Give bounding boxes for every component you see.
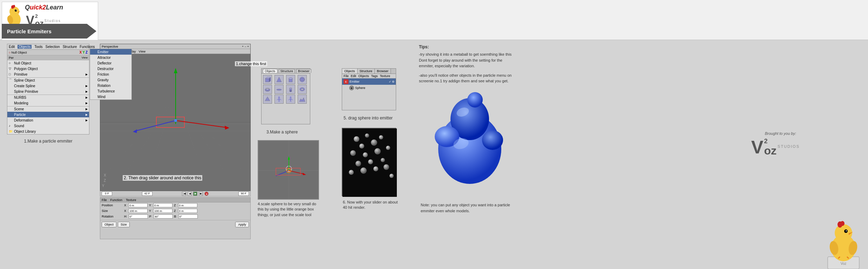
tl-prev-frame[interactable]: ◀ <box>188 192 192 196</box>
menu-nurbs[interactable]: NURBS▶ <box>7 95 89 100</box>
submenu-destructor[interactable]: Destructor <box>90 66 131 71</box>
rot-b-input[interactable]: 0° <box>178 214 198 219</box>
obj-cylinder[interactable] <box>286 75 295 84</box>
c4d-menu-screenshot: Edit Objects Tools Selection Structure F… <box>7 44 89 134</box>
submenu-gravity[interactable]: Gravity <box>90 77 131 83</box>
hier-menu-objects[interactable]: Objects <box>358 74 369 78</box>
attr-object-btn[interactable]: Object <box>102 222 116 227</box>
svg-marker-40 <box>277 77 282 82</box>
menu-deformation[interactable]: Deformation▶ <box>7 117 89 123</box>
render-svg <box>343 129 397 197</box>
tl-next-frame[interactable]: ▶| <box>199 192 203 196</box>
voz-2-right: 2 <box>764 138 777 145</box>
obj-sphere-top[interactable] <box>298 75 307 84</box>
menu-scene[interactable]: Scene▶ <box>7 106 89 112</box>
toolbar-icons-row: ○ Null Object X Y Z <box>7 50 89 55</box>
tl-record[interactable]: ● <box>204 192 209 196</box>
obj-disc[interactable] <box>274 85 284 94</box>
obj-tube[interactable] <box>298 85 307 94</box>
hier-settings-icon[interactable]: ⚙ <box>392 80 394 83</box>
svg-point-81 <box>288 170 290 171</box>
submenu-attractor[interactable]: Attractor <box>90 55 131 60</box>
submenu-rotation[interactable]: Rotation <box>90 83 131 88</box>
menu-primitive[interactable]: □Primitive▶ <box>7 71 89 77</box>
menu-modeling[interactable]: Modeling▶ <box>7 100 89 106</box>
attr-menu-function[interactable]: Function <box>110 198 123 202</box>
menu-structure[interactable]: Structure <box>63 45 77 49</box>
voz-oz-right: oz <box>764 145 777 156</box>
attr-menu-texture[interactable]: Texture <box>126 198 136 202</box>
position-row: Position X 0 m Y 0 m Z 0 m <box>100 202 250 208</box>
menu-spline-primitive[interactable]: Spline Primitive▶ <box>7 89 89 94</box>
hier-menu-edit[interactable]: Edit <box>351 74 357 78</box>
tab-browser[interactable]: Browser <box>296 69 311 73</box>
size-x-input[interactable]: 100 m <box>128 209 148 213</box>
hier-tab-browser[interactable]: Browser <box>375 69 391 74</box>
hier-tab-structure[interactable]: Structure <box>358 69 375 74</box>
svg-point-99 <box>389 174 394 178</box>
step4-viewport-svg <box>258 141 318 199</box>
rot-p-input[interactable]: 30° <box>154 214 173 219</box>
size-y-input[interactable]: 100 m <box>153 209 172 213</box>
obj-landscape[interactable] <box>298 95 307 104</box>
menu-sound[interactable]: ♪Sound <box>7 123 89 129</box>
minimize-icon[interactable]: – <box>245 45 246 48</box>
pos-x-input[interactable]: 0 m <box>128 203 148 207</box>
menu-polygon-object[interactable]: ▽Polygon Object <box>7 66 89 71</box>
rot-h-input[interactable]: 0° <box>129 214 148 219</box>
menu-particle[interactable]: Particle▶ <box>7 112 89 117</box>
deform-arrow: ▶ <box>86 119 88 122</box>
tl-to-start[interactable]: |◀ <box>182 192 186 196</box>
submenu-turbulence[interactable]: Turbulence <box>90 88 131 94</box>
persp-menu-view[interactable]: View <box>139 50 145 53</box>
attr-menu-file[interactable]: File <box>102 198 107 202</box>
size-z-input[interactable]: 0 m <box>178 209 197 213</box>
obj-cone[interactable] <box>274 75 284 84</box>
submenu-emitter[interactable]: Emitter <box>90 49 131 55</box>
tl-play[interactable]: ▶ <box>193 192 197 196</box>
obj-figure2[interactable] <box>286 95 295 104</box>
submenu-wind[interactable]: Wind <box>90 94 131 99</box>
menu-null-object[interactable]: ○Null Object <box>7 60 89 66</box>
tab-structure[interactable]: Structure <box>279 69 295 73</box>
object-icons-grid <box>262 74 310 105</box>
tab-objects[interactable]: Objects <box>263 69 277 73</box>
obj-capsule[interactable] <box>286 85 295 94</box>
svg-point-98 <box>384 164 389 170</box>
svg-point-92 <box>355 161 361 166</box>
maximize-icon[interactable]: + <box>242 45 244 48</box>
attr-size-btn[interactable]: Size <box>118 222 130 227</box>
submenu-deflector[interactable]: Deflector <box>90 60 131 66</box>
timeline-current[interactable]: 42 F <box>142 192 152 196</box>
timeline-end[interactable]: 90 F <box>238 192 249 196</box>
obj-torus[interactable] <box>263 85 272 94</box>
pos-y-label: Y <box>149 204 151 207</box>
obj-figure[interactable] <box>274 95 284 104</box>
hier-sphere-row[interactable]: ● Sphere <box>342 85 396 91</box>
hier-menu-tags[interactable]: Tags <box>371 74 378 78</box>
menu-functions[interactable]: Functions <box>80 45 95 49</box>
hier-tab-objects[interactable]: Objects <box>342 69 358 74</box>
obj-cube[interactable] <box>263 75 272 84</box>
hier-menu-file[interactable]: File <box>344 74 349 78</box>
pos-y-input[interactable]: 0 m <box>153 203 172 207</box>
menu-selection[interactable]: Selection <box>46 45 60 49</box>
attr-apply-btn[interactable]: Apply <box>235 222 249 227</box>
timeline-start[interactable]: 0 F <box>102 192 112 196</box>
svg-rect-58 <box>278 98 280 101</box>
obj-platonic[interactable] <box>263 95 272 104</box>
menu-object-library[interactable]: 📁Object Library <box>7 129 89 134</box>
menu-objects[interactable]: Objects <box>18 45 32 49</box>
menu-tools[interactable]: Tools <box>34 45 42 49</box>
menu-spline-obj[interactable]: ⌒Spline Object <box>7 77 89 83</box>
hier-menu-texture[interactable]: Texture <box>380 74 391 78</box>
pos-z-input[interactable]: 0 m <box>178 203 197 207</box>
close-icon[interactable]: × <box>247 45 249 48</box>
submenu-friction[interactable]: Friction <box>90 71 131 77</box>
menu-create-spline[interactable]: Create Spline▶ <box>7 83 89 89</box>
hier-emitter-row[interactable]: E Emitter ✓ ⚙ <box>342 78 396 85</box>
svg-point-33 <box>174 119 177 122</box>
size-x-label: X <box>124 209 126 213</box>
svg-marker-75 <box>288 156 290 160</box>
menu-edit[interactable]: Edit <box>9 45 15 49</box>
